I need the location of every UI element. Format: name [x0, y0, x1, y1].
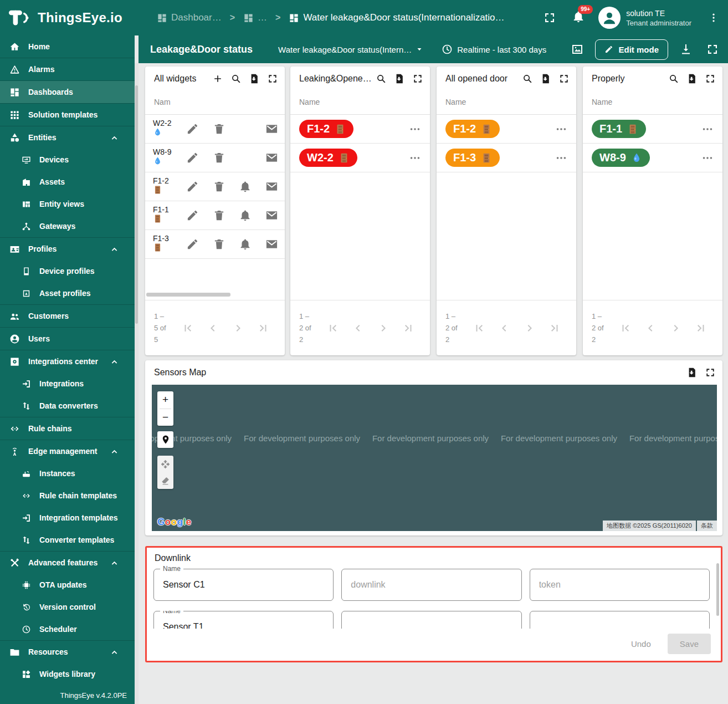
sidebar-item-converter-templates[interactable]: Converter templates — [0, 529, 135, 551]
delete-icon[interactable] — [213, 151, 225, 164]
zoom-out-button[interactable]: − — [157, 409, 173, 426]
sidebar-item-users[interactable]: Users — [0, 328, 135, 350]
next-page-icon[interactable] — [523, 322, 536, 335]
sidebar-scrollbar[interactable] — [135, 63, 139, 704]
sidebar-item-widgets-library[interactable]: Widgets library — [0, 663, 135, 685]
export-icon[interactable] — [686, 367, 698, 378]
map-canvas[interactable]: For development purposes only For develo… — [152, 385, 717, 531]
scrollbar-thumb[interactable] — [135, 85, 138, 324]
bell-icon[interactable] — [239, 209, 252, 222]
sidebar-item-scheduler[interactable]: Scheduler — [0, 618, 135, 640]
sidebar-item-instances[interactable]: Instances — [0, 462, 135, 484]
row-menu-icon[interactable] — [701, 152, 714, 164]
sidebar-item-asset-profiles[interactable]: Asset profiles — [0, 282, 135, 304]
sidebar-item-customers[interactable]: Customers — [0, 305, 135, 327]
save-button[interactable]: Save — [668, 634, 711, 654]
mail-icon[interactable] — [265, 238, 278, 251]
breadcrumb-dashboards[interactable]: Dashboar… — [157, 12, 222, 23]
sidebar-item-edge-management[interactable]: Edge management — [0, 440, 135, 462]
scrollbar-thumb[interactable] — [716, 563, 719, 616]
sidebar-item-advanced-features[interactable]: Advanced features — [0, 552, 135, 574]
map-terms-link[interactable]: 条款 — [697, 521, 717, 531]
edit-icon[interactable] — [186, 180, 199, 193]
sidebar-item-integrations[interactable]: Integrations — [0, 373, 135, 395]
downlink-input[interactable] — [342, 611, 521, 629]
download-icon[interactable] — [679, 43, 693, 56]
first-page-icon[interactable] — [181, 322, 194, 335]
table-row[interactable]: W2-2 — [145, 115, 285, 144]
export-icon[interactable] — [249, 73, 260, 84]
bell-icon[interactable] — [239, 238, 252, 251]
sidebar-item-resources[interactable]: Resources — [0, 641, 135, 663]
last-page-icon[interactable] — [694, 322, 708, 335]
sidebar-item-integrations-center[interactable]: Integrations center — [0, 350, 135, 373]
table-row[interactable]: W2-2 — [290, 144, 430, 172]
edit-mode-button[interactable]: Edit mode — [595, 39, 668, 60]
delete-icon[interactable] — [213, 238, 225, 251]
fullscreen-icon[interactable] — [412, 73, 423, 84]
fullscreen-icon[interactable] — [543, 11, 556, 24]
search-icon[interactable] — [668, 73, 679, 84]
previous-page-icon[interactable] — [351, 322, 365, 335]
sidebar-item-integration-templates[interactable]: Integration templates — [0, 507, 135, 529]
export-icon[interactable] — [686, 73, 698, 84]
delete-icon[interactable] — [213, 180, 225, 193]
last-page-icon[interactable] — [257, 322, 270, 335]
row-menu-icon[interactable] — [555, 152, 567, 164]
fullscreen-icon[interactable] — [705, 73, 716, 84]
fullscreen-icon[interactable] — [706, 43, 719, 56]
first-page-icon[interactable] — [619, 322, 632, 335]
table-row[interactable]: F1-2 — [290, 115, 430, 144]
fullscreen-icon[interactable] — [267, 73, 278, 84]
delete-icon[interactable] — [213, 123, 225, 135]
sidebar-item-ota-updates[interactable]: OTA updates — [0, 574, 135, 596]
horizontal-scrollbar[interactable] — [146, 293, 230, 297]
first-page-icon[interactable] — [326, 322, 340, 335]
first-page-icon[interactable] — [473, 322, 486, 335]
sidebar-item-profiles[interactable]: Profiles — [0, 238, 135, 260]
next-page-icon[interactable] — [669, 322, 683, 335]
edit-icon[interactable] — [186, 238, 199, 251]
last-page-icon[interactable] — [548, 322, 561, 335]
breadcrumb-current[interactable]: Water leakage&Door status(Internationali… — [289, 12, 504, 23]
mail-icon[interactable] — [265, 151, 278, 164]
search-icon[interactable] — [522, 73, 533, 84]
fullscreen-icon[interactable] — [558, 73, 570, 84]
edit-icon[interactable] — [186, 123, 199, 135]
dashboard-select[interactable]: Water leakage&Door status(Intern… — [278, 45, 423, 54]
table-row[interactable]: F1-2 — [437, 115, 576, 144]
sidebar-item-device-profiles[interactable]: Device profiles — [0, 260, 135, 282]
name-input[interactable] — [154, 569, 333, 600]
sidebar-item-solution-templates[interactable]: Solution templates — [0, 104, 135, 126]
sidebar-item-rule-chain-templates[interactable]: Rule chain templates — [0, 484, 135, 507]
sidebar-item-alarms[interactable]: Alarms — [0, 58, 135, 80]
add-icon[interactable] — [212, 73, 223, 84]
row-menu-icon[interactable] — [701, 123, 714, 135]
map-move-button[interactable] — [157, 456, 173, 472]
zoom-in-button[interactable]: + — [157, 391, 173, 409]
sidebar-item-gateways[interactable]: Gateways — [0, 215, 135, 237]
bell-icon[interactable] — [239, 180, 252, 193]
mail-icon[interactable] — [265, 209, 278, 222]
table-row[interactable]: F1-2 — [145, 172, 285, 201]
mail-icon[interactable] — [265, 180, 278, 193]
more-menu-icon[interactable] — [708, 12, 719, 24]
next-page-icon[interactable] — [232, 322, 245, 335]
table-row[interactable]: F1-3 — [145, 230, 285, 259]
notifications-button[interactable]: 99+ — [572, 10, 585, 25]
row-menu-icon[interactable] — [409, 123, 421, 135]
table-row[interactable]: F1-1 — [583, 115, 722, 144]
timewindow-button[interactable]: Realtime - last 300 days — [442, 44, 546, 55]
table-row[interactable]: W8-9 — [583, 144, 722, 172]
sidebar-item-assets[interactable]: Assets — [0, 171, 135, 193]
sidebar-item-home[interactable]: Home — [0, 35, 135, 58]
edit-icon[interactable] — [186, 209, 199, 222]
sidebar-item-entity-views[interactable]: Entity views — [0, 193, 135, 215]
sidebar-item-entities[interactable]: Entities — [0, 126, 135, 149]
previous-page-icon[interactable] — [498, 322, 511, 335]
export-icon[interactable] — [540, 73, 551, 84]
sidebar-item-dashboards[interactable]: Dashboards — [0, 81, 135, 103]
image-icon[interactable] — [571, 43, 584, 56]
sidebar-item-rule-chains[interactable]: Rule chains — [0, 417, 135, 440]
export-icon[interactable] — [394, 73, 405, 84]
